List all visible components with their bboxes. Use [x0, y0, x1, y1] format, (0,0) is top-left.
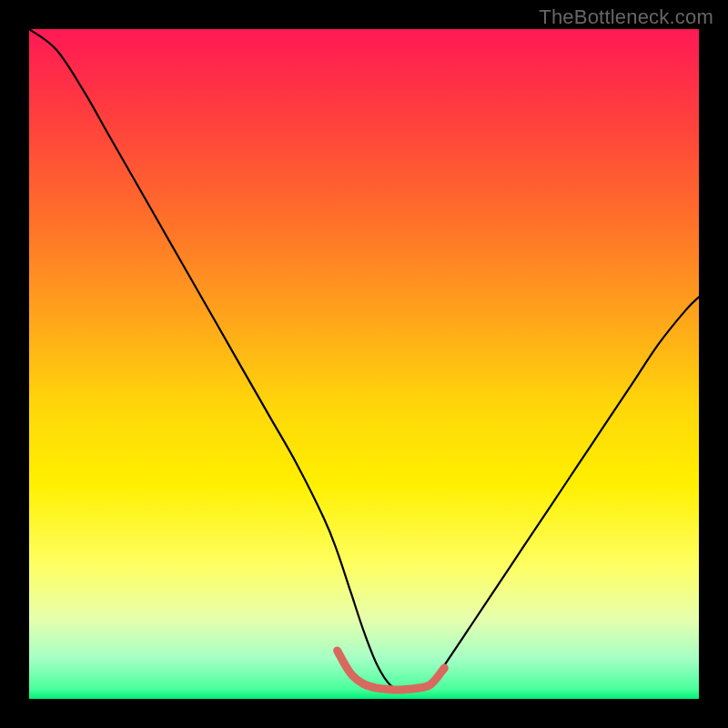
watermark-text: TheBottleneck.com: [539, 5, 713, 29]
gradient-background: [29, 29, 699, 699]
bottleneck-chart: [29, 29, 699, 699]
plot-area: [29, 29, 699, 699]
chart-frame: TheBottleneck.com: [0, 0, 728, 728]
